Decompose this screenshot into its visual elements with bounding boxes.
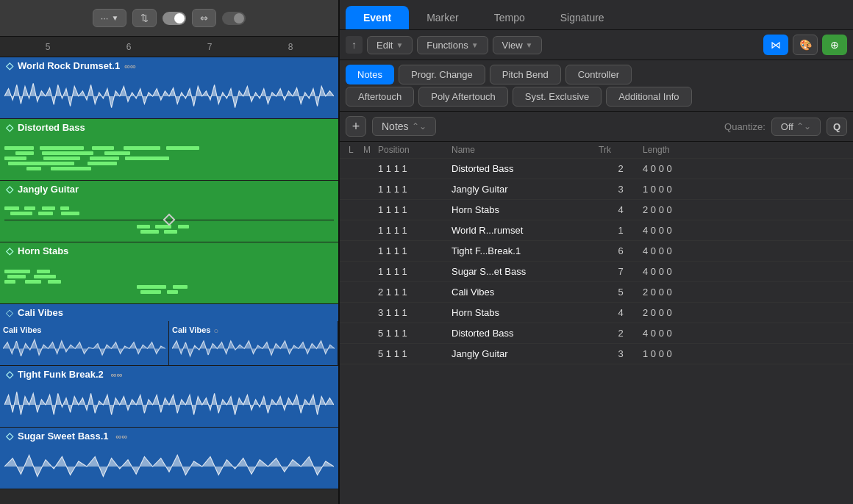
table-row[interactable]: 1 1 1 1 Horn Stabs 4 2 0 0 0: [340, 200, 853, 220]
col-name-7: Horn Stabs: [452, 307, 599, 318]
ellipsis-icon: ···: [101, 12, 109, 24]
track-icon-tf: ◇: [6, 369, 13, 380]
table-row[interactable]: 5 1 1 1 Jangly Guitar 3 1 0 0 0: [340, 344, 853, 364]
functions-chevron-icon: ▼: [471, 41, 479, 49]
table-row[interactable]: 1 1 1 1 Tight F...Break.1 6 4 0 0 0: [340, 241, 853, 262]
track-jangly-guitar-body[interactable]: [0, 198, 338, 242]
toolbar-btn-2[interactable]: ⇅: [132, 9, 157, 27]
col-length-0: 4 0 0 0: [643, 163, 844, 174]
table-row[interactable]: 1 1 1 1 Distorted Bass 2 4 0 0 0: [340, 159, 853, 179]
tracks-container: ◇ World Rock Drumset.1 ∞∞ ◇ Distorted Ba…: [0, 57, 338, 504]
view-chevron-icon: ▼: [526, 41, 533, 49]
track-sugar-sweet-body[interactable]: [0, 444, 338, 489]
track-jangly-guitar-name: Jangly Guitar: [18, 184, 79, 195]
col-trk-6: 5: [599, 287, 643, 298]
table-row[interactable]: 1 1 1 1 World R...rumset 1 4 0 0 0: [340, 220, 853, 241]
cali-clip-1[interactable]: Cali Vibes: [0, 321, 169, 365]
filter-additional-info[interactable]: Additional Info: [606, 87, 691, 107]
col-trk-1: 3: [599, 184, 643, 195]
track-sugar-sweet-header[interactable]: ◇ Sugar Sweet Bass.1 ∞∞: [0, 428, 338, 444]
col-header-l: L: [349, 145, 363, 155]
waveform-world-rock: [0, 74, 338, 118]
ruler-mark-6: 6: [126, 42, 132, 52]
col-trk-8: 2: [599, 328, 643, 339]
col-length-3: 4 0 0 0: [643, 225, 844, 236]
table-row[interactable]: 2 1 1 1 Cali Vibes 5 2 0 0 0: [340, 282, 853, 303]
track-sugar-sweet: ◇ Sugar Sweet Bass.1 ∞∞: [0, 428, 338, 489]
track-horn-stabs-header[interactable]: ◇ Horn Stabs: [0, 242, 338, 259]
filter-pitch-bend[interactable]: Pitch Bend: [490, 65, 561, 84]
toolbar-btn-1[interactable]: ··· ▼: [93, 9, 127, 27]
tab-event[interactable]: Event: [346, 6, 409, 29]
filter-controller[interactable]: Controller: [565, 65, 632, 84]
track-jangly-guitar: ◇ Jangly Guitar: [0, 181, 338, 242]
swap-vertical-icon: ⇅: [140, 12, 149, 24]
col-name-5: Sugar S...et Bass: [452, 266, 599, 277]
midi-notes-horn-stabs: [0, 259, 338, 303]
midi-transform-button[interactable]: ⋈: [763, 35, 788, 55]
waveform-tight-funk: [0, 383, 338, 427]
event-type-select[interactable]: Notes ⌃⌄: [372, 117, 436, 136]
filter-bar-row2: Aftertouch Poly Aftertouch Syst. Exclusi…: [340, 87, 853, 112]
col-name-0: Distorted Bass: [452, 163, 599, 174]
filter-progr-change[interactable]: Progr. Change: [399, 65, 485, 84]
back-button[interactable]: ↑: [346, 36, 363, 54]
left-toolbar: ··· ▼ ⇅ ⇔: [0, 0, 338, 37]
track-tight-funk-body[interactable]: [0, 383, 338, 427]
track-world-rock-body[interactable]: [0, 74, 338, 118]
capture-icon: ⊕: [830, 39, 839, 51]
col-name-8: Distorted Bass: [452, 328, 599, 339]
capture-button[interactable]: ⊕: [822, 35, 847, 55]
tab-signature[interactable]: Signature: [543, 6, 622, 29]
track-loops-icon: ∞∞: [124, 62, 136, 71]
table-row[interactable]: 5 1 1 1 Distorted Bass 2 4 0 0 0: [340, 323, 853, 344]
track-distorted-bass-header[interactable]: ◇ Distorted Bass: [0, 119, 338, 136]
track-distorted-bass: ◇ Distorted Bass: [0, 119, 338, 181]
midi-notes-distorted-bass: [0, 136, 338, 180]
track-world-rock-header[interactable]: ◇ World Rock Drumset.1 ∞∞: [0, 57, 338, 74]
toggle-switch-2[interactable]: [222, 12, 246, 25]
swap-horizontal-icon: ⇔: [200, 12, 208, 24]
col-position-7: 3 1 1 1: [378, 307, 452, 318]
table-row[interactable]: 1 1 1 1 Jangly Guitar 3 1 0 0 0: [340, 179, 853, 200]
filter-syst-exclusive[interactable]: Syst. Exclusive: [513, 87, 602, 107]
functions-dropdown[interactable]: Functions ▼: [417, 36, 488, 54]
waveform-sugar-sweet: [0, 444, 338, 489]
palette-button[interactable]: 🎨: [793, 35, 818, 55]
edit-dropdown[interactable]: Edit ▼: [367, 36, 413, 54]
track-tight-funk-header[interactable]: ◇ Tight Funk Break.2 ∞∞: [0, 366, 338, 383]
timeline-ruler: 5 6 7 8: [0, 37, 338, 57]
col-header-position: Position: [378, 145, 452, 155]
filter-poly-aftertouch[interactable]: Poly Aftertouch: [418, 87, 507, 107]
track-distorted-bass-body[interactable]: [0, 136, 338, 180]
track-tight-funk-loops: ∞∞: [111, 370, 123, 379]
track-jangly-guitar-header[interactable]: ◇ Jangly Guitar: [0, 181, 338, 198]
filter-notes[interactable]: Notes: [346, 65, 394, 84]
col-position-9: 5 1 1 1: [378, 348, 452, 359]
table-row[interactable]: 1 1 1 1 Sugar S...et Bass 7 4 0 0 0: [340, 262, 853, 282]
toggle-switch[interactable]: [163, 12, 186, 25]
track-cali-vibes-header[interactable]: ◇ Cali Vibes: [0, 304, 338, 321]
track-horn-stabs-body[interactable]: [0, 259, 338, 303]
track-icon-ss: ◇: [6, 431, 13, 442]
col-name-2: Horn Stabs: [452, 204, 599, 215]
col-trk-2: 4: [599, 204, 643, 215]
tab-marker[interactable]: Marker: [409, 6, 477, 29]
ruler-marks: 5 6 7 8: [7, 42, 331, 52]
add-event-button[interactable]: +: [346, 116, 366, 137]
col-header-m: M: [363, 145, 378, 155]
cali-clip-2[interactable]: Cali Vibes ○: [169, 321, 338, 365]
filter-aftertouch[interactable]: Aftertouch: [346, 87, 414, 107]
view-dropdown[interactable]: View ▼: [493, 36, 543, 54]
col-position-4: 1 1 1 1: [378, 245, 452, 256]
quantize-select[interactable]: Off ⌃⌄: [771, 118, 821, 136]
table-row[interactable]: 3 1 1 1 Horn Stabs 4 2 0 0 0: [340, 303, 853, 323]
track-cali-vibes-body[interactable]: Cali Vibes Cali Vibes ○: [0, 321, 338, 365]
ruler-mark-8: 8: [288, 42, 293, 52]
tab-tempo[interactable]: Tempo: [477, 6, 543, 29]
quantize-apply-button[interactable]: Q: [827, 118, 847, 136]
filter-bar-row1: Notes Progr. Change Pitch Bend Controlle…: [340, 60, 853, 90]
col-name-6: Cali Vibes: [452, 287, 599, 298]
toolbar-btn-3[interactable]: ⇔: [192, 9, 216, 27]
col-name-3: World R...rumset: [452, 225, 599, 236]
